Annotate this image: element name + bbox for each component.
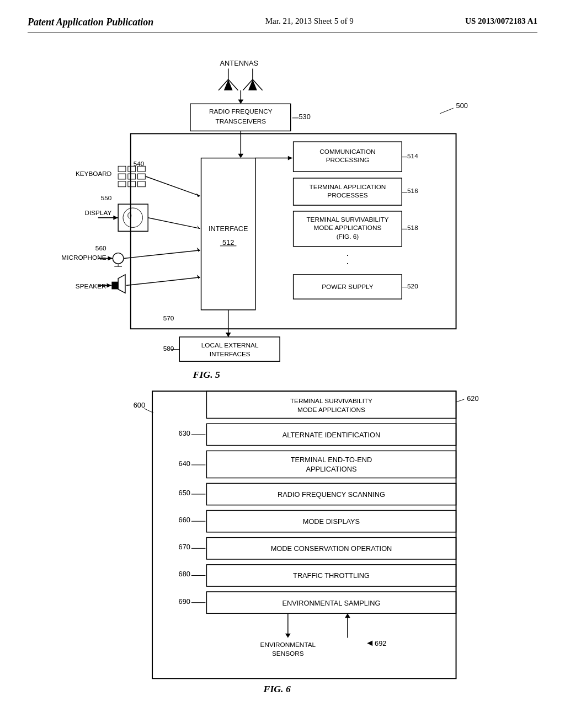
svg-rect-24 xyxy=(201,158,255,310)
keyboard-label: KEYBOARD xyxy=(76,170,111,177)
ref-514: 514 xyxy=(407,152,418,159)
comm-proc-2: PROCESSING xyxy=(326,156,370,163)
ref-570: 570 xyxy=(163,314,174,322)
header-left: Patent Application Publication xyxy=(28,17,153,28)
svg-marker-14 xyxy=(238,154,243,158)
ref-540: 540 xyxy=(134,160,145,167)
ref-650: 650 xyxy=(179,489,190,497)
svg-rect-53 xyxy=(111,282,118,290)
ps-label: POWER SUPPLY xyxy=(322,283,374,290)
ref-680: 680 xyxy=(179,570,190,578)
rf-label-1: RADIO FREQUENCY xyxy=(209,108,273,115)
ref-500: 500 xyxy=(456,101,468,110)
svg-marker-7 xyxy=(248,79,257,90)
tete-1: TERMINAL END-TO-END xyxy=(291,456,372,464)
header-center: Mar. 21, 2013 Sheet 5 of 9 xyxy=(265,17,354,26)
es-label: ENVIRONMENTAL SAMPLING xyxy=(282,599,380,607)
svg-marker-82 xyxy=(285,634,291,638)
svg-marker-52 xyxy=(108,256,113,261)
svg-point-40 xyxy=(123,208,142,227)
local-1: LOCAL EXTERNAL xyxy=(201,341,259,349)
md-label: MODE DISPLAYS xyxy=(303,517,360,526)
svg-marker-84 xyxy=(345,613,350,618)
tap-2: PROCESSES xyxy=(327,191,367,199)
svg-marker-60 xyxy=(226,333,231,337)
env-sensors-2: SENSORS xyxy=(272,650,304,657)
tsma-3: (FIG. 6) xyxy=(337,233,359,240)
rfs-label: RADIO FREQUENCY SCANNING xyxy=(278,490,385,499)
dots2: · xyxy=(346,258,349,269)
svg-marker-3 xyxy=(224,79,233,90)
ref-560: 560 xyxy=(95,244,106,251)
header-right: US 2013/0072183 A1 xyxy=(465,17,537,26)
ref-580: 580 xyxy=(163,345,174,352)
local-2: INTERFACES xyxy=(210,350,250,357)
svg-line-49 xyxy=(124,250,200,259)
display-label: DISPLAY xyxy=(84,209,111,216)
ref-512: 512 xyxy=(222,238,234,247)
ref-530: 530 xyxy=(299,113,310,121)
ref-630: 630 xyxy=(179,429,190,437)
svg-rect-31 xyxy=(118,174,126,179)
mco-label: MODE CONSERVATION OPERATION xyxy=(271,544,392,553)
ref-660: 660 xyxy=(179,516,190,524)
page-header: Patent Application Publication Mar. 21, … xyxy=(28,17,537,33)
page: Patent Application Publication Mar. 21, … xyxy=(0,0,565,728)
ref-600: 600 xyxy=(134,401,145,409)
tsma-1: TERMINAL SURVIVABILITY xyxy=(306,216,388,223)
svg-rect-28 xyxy=(118,166,126,172)
svg-marker-54 xyxy=(118,275,125,293)
svg-line-55 xyxy=(126,277,200,286)
ref-520: 520 xyxy=(407,282,418,290)
diagram-area: ANTENNAS RADIO FREQUENCY TRANSCEIVERS 53… xyxy=(28,50,537,713)
ref-550: 550 xyxy=(101,194,112,201)
ref-516: 516 xyxy=(407,187,418,194)
interface-label: INTERFACE xyxy=(209,224,248,233)
svg-line-12 xyxy=(440,108,454,114)
tsma-header-2: MODE APPLICATIONS xyxy=(297,406,365,413)
alt-id-label: ALTERNATE IDENTIFICATION xyxy=(282,431,380,439)
ref-518: 518 xyxy=(407,224,418,231)
svg-rect-66 xyxy=(206,391,456,418)
svg-marker-27 xyxy=(288,156,292,160)
svg-marker-50 xyxy=(197,248,200,252)
svg-rect-32 xyxy=(128,174,136,179)
svg-marker-56 xyxy=(197,275,200,279)
fig5-label: FIG. 5 xyxy=(193,369,220,380)
tete-2: APPLICATIONS xyxy=(306,465,356,473)
svg-line-37 xyxy=(146,176,200,196)
env-sensors-1: ENVIRONMENTAL xyxy=(260,641,316,648)
svg-marker-58 xyxy=(107,283,112,288)
svg-rect-61 xyxy=(179,337,280,361)
svg-marker-45 xyxy=(113,216,118,220)
svg-marker-9 xyxy=(238,99,243,104)
tsma-header-1: TERMINAL SURVIVABILITY xyxy=(290,397,372,404)
tsma-2: MODE APPLICATIONS xyxy=(314,224,382,231)
svg-rect-35 xyxy=(128,181,136,187)
rf-label-2: TRANSCEIVERS xyxy=(215,117,266,125)
ref-690: 690 xyxy=(179,597,190,606)
ref-670: 670 xyxy=(179,543,190,551)
ref-620: 620 xyxy=(467,394,478,403)
svg-line-42 xyxy=(148,218,200,229)
svg-marker-85 xyxy=(367,640,372,646)
tt-label: TRAFFIC THROTTLING xyxy=(293,571,370,580)
patent-diagram: ANTENNAS RADIO FREQUENCY TRANSCEIVERS 53… xyxy=(28,50,537,711)
svg-line-64 xyxy=(456,399,465,402)
fig6-label: FIG. 6 xyxy=(263,683,291,694)
ref-640: 640 xyxy=(179,459,190,468)
svg-point-46 xyxy=(113,253,124,264)
comm-proc-1: COMMUNICATION xyxy=(319,148,375,155)
antennas-label: ANTENNAS xyxy=(220,59,259,67)
mic-label: MICROPHONE xyxy=(61,254,106,261)
ref-692: 692 xyxy=(375,639,386,647)
tap-1: TERMINAL APPLICATION xyxy=(310,183,386,190)
svg-rect-36 xyxy=(138,181,146,187)
svg-rect-34 xyxy=(118,181,126,187)
svg-rect-33 xyxy=(138,174,146,179)
